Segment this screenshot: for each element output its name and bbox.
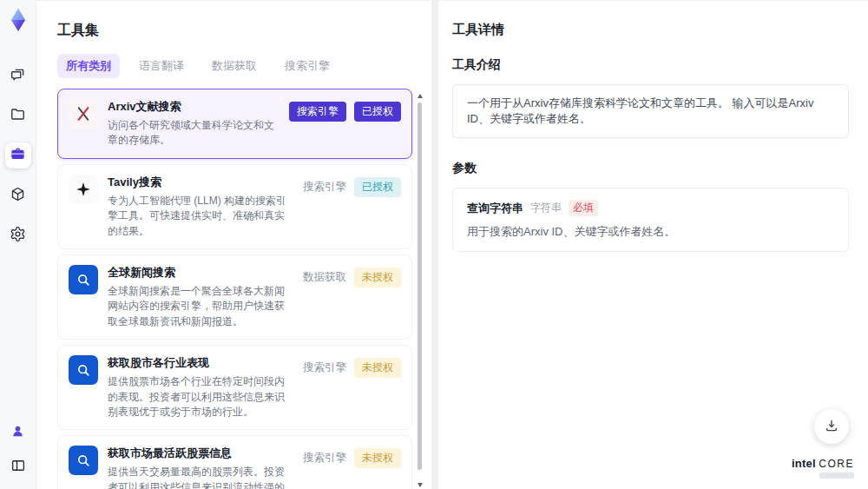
tab-category-2[interactable]: 数据获取 [203, 54, 266, 78]
sidebar-item-folder[interactable] [5, 102, 31, 129]
intel-core-logo: intel CORE [792, 457, 854, 479]
tab-category-3[interactable]: 搜索引擎 [276, 54, 339, 78]
sidebar-item-briefcase[interactable] [5, 142, 31, 169]
tool-auth-badge: 已授权 [354, 177, 401, 197]
tool-card-3[interactable]: 获取股市各行业表现 提供股票市场各个行业在特定时间段内的表现。投资者可以利用这些… [57, 345, 412, 430]
tool-name: 获取股市各行业表现 [108, 355, 293, 371]
details-title: 工具详情 [452, 22, 849, 38]
folder-icon [10, 106, 26, 126]
tool-auth-badge: 未授权 [354, 358, 401, 378]
sidebar-item-chat[interactable] [5, 63, 31, 89]
download-icon [824, 418, 839, 436]
user-icon [10, 424, 25, 442]
stock-search-icon [69, 446, 98, 475]
tool-card-4[interactable]: 获取市场最活跃股票信息 提供当天交易量最高的股票列表。投资者可以利用这些信息来识… [57, 435, 412, 489]
scrollbar [415, 94, 424, 487]
scrollbar-track[interactable] [418, 101, 422, 480]
tool-description: 提供股票市场各个行业在特定时间段内的表现。投资者可以利用这些信息来识别表现优于或… [108, 374, 293, 420]
tool-card-2[interactable]: 全球新闻搜索 全球新闻搜索是一个聚合全球各大新闻网站内容的搜索引擎，帮助用户快速… [57, 254, 412, 340]
sidebar-bottom [5, 420, 31, 480]
details-panel: 工具详情 工具介绍 一个用于从Arxiv存储库搜索科学论文和文章的工具。 输入可… [438, 0, 868, 489]
tool-category-label: 数据获取 [303, 270, 346, 285]
tool-category-badge: 搜索引擎 [289, 102, 346, 122]
tool-auth-badge: 未授权 [354, 268, 401, 287]
scrollbar-thumb[interactable] [418, 102, 422, 470]
page-title: 工具集 [57, 22, 424, 40]
tool-description: 全球新闻搜索是一个聚合全球各大新闻网站内容的搜索引擎，帮助用户快速获取全球最新资… [108, 284, 293, 329]
tool-auth-badge: 已授权 [354, 102, 401, 122]
parameter-type: 字符串 [530, 201, 562, 215]
tool-description: 访问各个研究领域大量科学论文和文章的存储库。 [108, 118, 279, 149]
params-heading: 参数 [452, 161, 849, 176]
tool-category-label: 搜索引擎 [303, 360, 346, 375]
tool-category-label: 搜索引擎 [303, 451, 346, 466]
tool-card-0[interactable]: Arxiv文献搜索 访问各个研究领域大量科学论文和文章的存储库。 搜索引擎 已授… [57, 89, 412, 159]
gear-icon [10, 226, 26, 246]
brand-intel: intel [792, 457, 816, 470]
brand-logo [6, 7, 30, 33]
sidebar-item-user[interactable] [5, 420, 31, 446]
sidebar-item-gear[interactable] [5, 222, 31, 248]
panel-icon [10, 458, 26, 477]
sidebar-nav [5, 63, 31, 248]
parameter-name: 查询字符串 [467, 201, 523, 216]
tool-list: Arxiv文献搜索 访问各个研究领域大量科学论文和文章的存储库。 搜索引擎 已授… [57, 89, 424, 489]
tab-category-0[interactable]: 所有类别 [57, 54, 120, 78]
tool-name: 全球新闻搜索 [108, 265, 293, 281]
tab-category-1[interactable]: 语言翻译 [130, 54, 193, 78]
scroll-up-arrow[interactable] [418, 94, 423, 98]
app-sidebar [0, 0, 36, 489]
tool-auth-badge: 未授权 [354, 448, 401, 468]
tool-name: 获取市场最活跃股票信息 [108, 446, 293, 461]
toolset-panel: 工具集 所有类别语言翻译数据获取搜索引擎 Arxiv文献搜索 访问各个研究领域大… [36, 0, 431, 489]
arxiv-icon [69, 99, 98, 129]
sparkle-icon [69, 175, 98, 204]
briefcase-icon [10, 146, 26, 166]
parameter-head: 查询字符串 字符串 必填 [467, 200, 834, 216]
tool-name: Tavily搜索 [108, 175, 293, 190]
tool-name: Arxiv文献搜索 [108, 99, 279, 115]
parameter-card: 查询字符串 字符串 必填 用于搜索的Arxiv ID、关键字或作者姓名。 [452, 188, 849, 252]
parameter-description: 用于搜索的Arxiv ID、关键字或作者姓名。 [467, 224, 834, 240]
sidebar-item-cube[interactable] [5, 182, 31, 208]
cube-icon [10, 186, 26, 206]
tool-category-label: 搜索引擎 [303, 180, 346, 195]
chat-icon [10, 66, 26, 86]
news-search-icon [69, 265, 98, 294]
panel-divider [431, 0, 438, 489]
sidebar-item-panel[interactable] [5, 454, 31, 480]
parameter-required-badge: 必填 [569, 200, 598, 216]
tool-description: 专为人工智能代理 (LLM) 构建的搜索引擎工具。可快速提供实时、准确和真实的结… [108, 194, 293, 239]
tool-intro-text: 一个用于从Arxiv存储库搜索科学论文和文章的工具。 输入可以是Arxiv ID… [452, 84, 849, 138]
brand-core: CORE [819, 458, 854, 470]
tool-card-1[interactable]: Tavily搜索 专为人工智能代理 (LLM) 构建的搜索引擎工具。可快速提供实… [57, 164, 412, 249]
scroll-down-arrow[interactable] [418, 483, 423, 487]
intro-heading: 工具介绍 [452, 57, 849, 73]
category-tabs: 所有类别语言翻译数据获取搜索引擎 [57, 54, 424, 78]
download-button[interactable] [814, 409, 849, 444]
brand-subbadge [819, 472, 854, 479]
stock-search-icon [69, 355, 98, 385]
tool-description: 提供当天交易量最高的股票列表。投资者可以利用这些信息来识别流动性强的股票和潜在的… [108, 465, 293, 489]
app-window: 工具集 所有类别语言翻译数据获取搜索引擎 Arxiv文献搜索 访问各个研究领域大… [0, 0, 868, 489]
